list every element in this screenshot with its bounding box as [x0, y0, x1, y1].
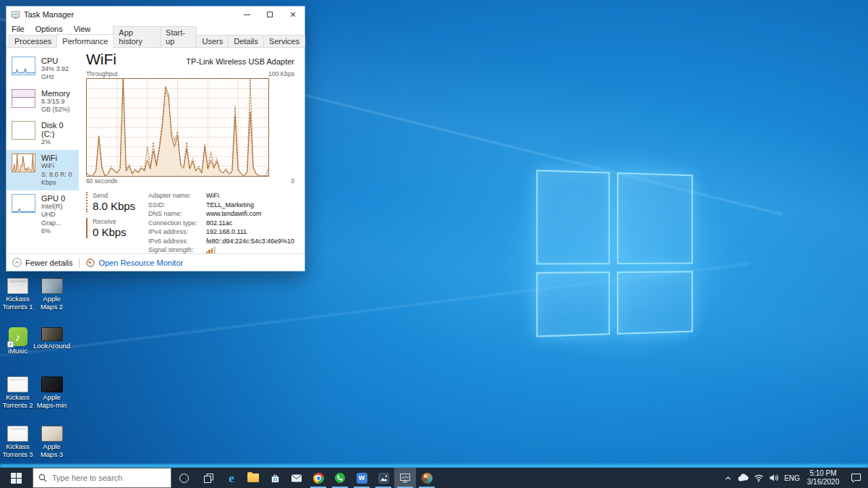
desktop-icon-kickass-torrents-1[interactable]: Kickass Torrents 1 [1, 276, 35, 325]
start-button[interactable] [0, 468, 33, 488]
taskbar-app-chrome[interactable] [307, 468, 329, 488]
menu-file[interactable]: File [12, 25, 25, 33]
sidebar-item-wifi[interactable]: WiFiWiFiS: 8.0 R: 0 Kbps [7, 150, 79, 190]
search-icon [38, 474, 47, 482]
action-center-button[interactable] [843, 468, 868, 488]
sidebar-item-disk-0-c[interactable]: Disk 0 (C:)2% [7, 117, 79, 150]
menu-view[interactable]: View [74, 25, 91, 33]
wifi-mini-chart [12, 153, 35, 172]
task-manager-window: Task Manager ✕ File Options View Process… [6, 6, 305, 272]
windows-logo-pane [536, 272, 610, 337]
sidebar-item-memory[interactable]: Memory8.3/15.9 GB (52%) [7, 85, 79, 118]
close-icon: ✕ [289, 11, 296, 19]
sidebar-item-sub: 6% [41, 227, 76, 235]
desktop-icon-label: Apple Maps 3 [35, 443, 69, 458]
taskbar-app-photos[interactable] [373, 468, 394, 488]
taskbar-app-edge[interactable]: e [221, 468, 242, 488]
desktop-icon-kickass-torrents-3[interactable]: Kickass Torrents 3 [1, 424, 35, 473]
imusic-app-icon: ♪↗ [9, 327, 27, 346]
receive-value: 0 Kbps [93, 226, 138, 238]
divider [79, 258, 80, 268]
detail-row-signal-strength: Signal strength: [148, 246, 294, 253]
menu-options[interactable]: Options [35, 25, 63, 33]
detail-value: 192.168.0.111 [206, 228, 247, 235]
taskbar-app-file-explorer[interactable] [242, 468, 264, 488]
taskbar-app-wps-office[interactable]: W [351, 468, 373, 488]
wps-office-icon: W [357, 473, 367, 484]
minimize-icon [244, 14, 250, 15]
taskbar-app-task-manager[interactable] [394, 468, 416, 488]
tab-services[interactable]: Services [263, 35, 305, 47]
taskbar-app-sphere-game[interactable] [416, 468, 438, 488]
taskbar-app-mail[interactable] [286, 468, 307, 488]
file-thumbnail [7, 278, 28, 294]
detail-row-ssid: SSID:TELL_Marketing [148, 201, 294, 209]
fewer-details-label: Fewer details [25, 258, 72, 267]
show-hidden-icons-button[interactable] [720, 468, 736, 488]
taskbar-search[interactable] [33, 468, 171, 488]
file-thumbnail [41, 426, 63, 442]
task-manager-footer: Fewer details Open Resource Monitor [7, 253, 305, 271]
windows-logo-pane [617, 271, 693, 335]
fewer-details-button[interactable]: Fewer details [12, 258, 72, 267]
chart-x-right-label: 0 [291, 177, 294, 185]
open-resource-monitor-link[interactable]: Open Resource Monitor [86, 258, 183, 267]
taskbar-app-store[interactable] [264, 468, 286, 488]
task-view-button[interactable] [196, 468, 221, 488]
taskbar-spacer [438, 468, 720, 488]
title-bar[interactable]: Task Manager ✕ [7, 7, 305, 22]
sidebar-item-cpu[interactable]: CPU34% 3.92 GHz [7, 53, 79, 85]
wifi-panel: WiFi TP-Link Wireless USB Adapter Throug… [79, 48, 305, 256]
onedrive-tray-button[interactable] [736, 468, 751, 488]
disk-mini-chart [12, 121, 35, 140]
gauge-icon [86, 258, 95, 267]
language-indicator[interactable]: ENG [781, 468, 803, 488]
minimize-button[interactable] [235, 7, 258, 22]
close-button[interactable]: ✕ [281, 7, 305, 22]
mail-icon [291, 474, 302, 483]
search-input[interactable] [52, 474, 153, 482]
desktop-icon-label: Kickass Torrents 1 [1, 295, 35, 311]
tab-details[interactable]: Details [228, 35, 264, 47]
desktop-icon-imusic[interactable]: ♪↗iMusic [1, 325, 35, 374]
desktop-icon-kickass-torrents-2[interactable]: Kickass Torrents 2 [1, 374, 35, 424]
sidebar-item-sub: S: 8.0 R: 0 Kbps [41, 171, 76, 188]
desktop-icon-apple-maps-3[interactable]: Apple Maps 3 [35, 424, 69, 473]
send-stat: Send 8.0 Kbps [86, 192, 138, 212]
volume-tray-button[interactable] [766, 468, 781, 488]
mem-mini-chart [12, 89, 35, 108]
tab-start-up[interactable]: Start-up [160, 26, 197, 47]
gpu-mini-chart [12, 194, 35, 213]
network-tray-button[interactable] [751, 468, 766, 488]
desktop-icon-apple-maps-2[interactable]: Apple Maps 2 [35, 276, 69, 325]
detail-row-ipv6-address: IPv6 address:fe80::d94:224c:54c3:46e9%10 [148, 237, 294, 245]
panel-title: WiFi [86, 51, 116, 68]
sidebar-item-sub: 8.3/15.9 GB (52%) [41, 98, 76, 114]
desktop-icon-lookaround[interactable]: LookAround [35, 325, 69, 374]
edge-icon: e [229, 472, 234, 484]
detail-label: IPv6 address: [148, 237, 206, 245]
detail-value: fe80::d94:224c:54c3:46e9%10 [206, 237, 294, 245]
detail-label: Adapter name: [148, 192, 206, 199]
taskbar-app-whatsapp[interactable] [329, 468, 351, 488]
adapter-model-label: TP-Link Wireless USB Adapter [186, 57, 294, 66]
desktop-icon-apple-maps-min[interactable]: Apple Maps-min [35, 374, 69, 424]
detail-row-dns-name: DNS name:www.tendawifi.com [148, 210, 294, 217]
detail-value: www.tendawifi.com [206, 210, 262, 217]
detail-value: WiFi [206, 192, 219, 199]
cortana-button[interactable] [171, 468, 196, 488]
maximize-button[interactable] [258, 7, 281, 22]
tab-app-history[interactable]: App history [113, 26, 161, 47]
tab-processes[interactable]: Processes [9, 35, 57, 47]
sidebar-item-gpu-0[interactable]: GPU 0Intel(R) UHD Grap...6% [7, 190, 79, 239]
desktop-icon-label: Apple Maps 2 [35, 295, 69, 311]
throughput-label: Throughput [86, 70, 117, 77]
tab-performance[interactable]: Performance [56, 34, 114, 48]
windows-logo-pane [617, 172, 693, 264]
tab-users[interactable]: Users [196, 35, 229, 47]
chevron-up-circle-icon [12, 258, 22, 267]
clock[interactable]: 5:10 PM 3/16/2020 [803, 468, 843, 488]
window-title: Task Manager [24, 10, 235, 19]
file-thumbnail [41, 327, 63, 341]
shortcut-arrow-icon: ↗ [7, 341, 14, 348]
